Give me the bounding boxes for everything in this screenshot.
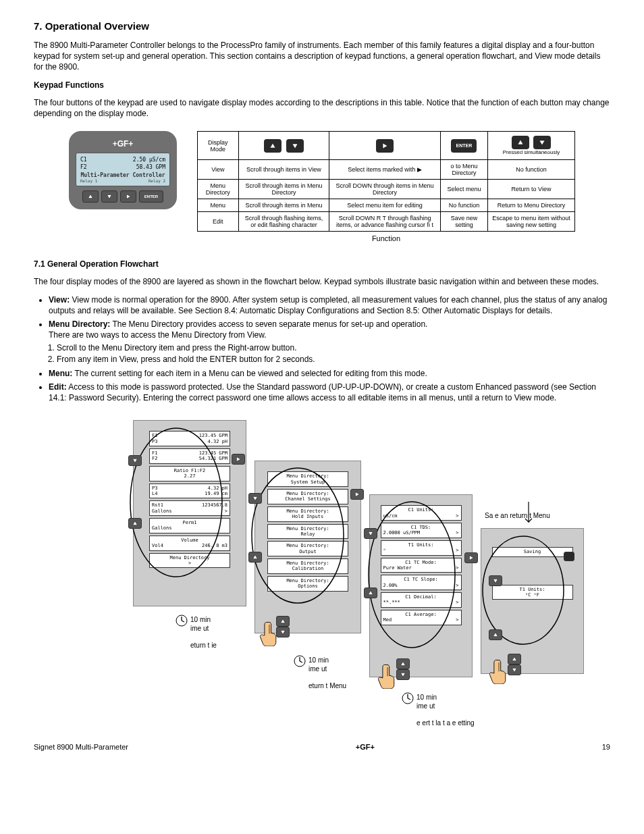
enter-key-icon: ENTER [451, 139, 477, 153]
svg-point-7 [252, 468, 344, 603]
clock-icon-2 [294, 655, 306, 667]
device-down-button [101, 190, 117, 203]
hand-icon-3 [487, 657, 510, 684]
lcd-l1a: C1 [80, 157, 87, 163]
flow-col-edit: Sa e an return t Menu Saving T1 Units: ᵒ… [481, 528, 584, 674]
col-simul: Pressed simultaneously [487, 132, 574, 160]
mode-menu-dir: Menu Directory: The Menu Directory provi… [49, 319, 610, 365]
lcd-l2a: F2 [80, 164, 87, 170]
device-up-button [82, 190, 99, 203]
flow-col-view: F1123.45 GPMP34.32 pHF1123.45 GPMF254.32… [133, 420, 246, 606]
table-row: ViewScroll through items in ViewSelect i… [198, 160, 575, 180]
keypad-intro: The four buttons of the keypad are used … [34, 97, 610, 119]
nav-down-c2 [248, 493, 262, 504]
nav-up-c3 [364, 588, 377, 598]
nav-up-c2 [248, 552, 262, 563]
col-enter: ENTER [440, 132, 487, 160]
section-heading: 7. Operational Overview [34, 20, 610, 32]
mode-view: View: View mode is normal operation for … [49, 294, 610, 316]
timeout-2: 10 minime uteturn t Menu [308, 656, 346, 690]
nav-up-c1 [128, 518, 142, 529]
hand-icon-2 [376, 662, 399, 689]
device-illustration: +GF+ C12.50 µS/cm F258.43 GPM Multi-Para… [69, 131, 177, 209]
clock-icon-1 [176, 615, 188, 627]
footer-center: +GF+ [356, 743, 375, 751]
loop-arrow-2 [246, 465, 347, 610]
nav-enter-c4 [564, 552, 574, 561]
sec71-intro: The four display modes of the 8900 are l… [34, 276, 610, 287]
pressed-note: Pressed simultaneously [491, 149, 572, 155]
intro-para: The 8900 Multi-Parameter Controller belo… [34, 40, 610, 73]
nav-down-c1 [128, 455, 142, 466]
lcd-l2b: 58.43 GPM [136, 164, 165, 170]
timeout-1: 10 minime uteturn t ie [190, 616, 217, 650]
svg-point-9 [483, 536, 564, 644]
clock-icon-3 [402, 692, 414, 704]
loop-arrow-3 [362, 498, 460, 654]
lcd-title: Multi-Parameter Controller [80, 171, 165, 178]
keypad-subtitle: Keypad Functions [34, 80, 610, 90]
flowchart: F1123.45 GPMP34.32 pHF1123.45 GPMF254.32… [59, 413, 585, 731]
right-key-icon [376, 139, 394, 153]
mode-edit: Edit: Access to this mode is password pr… [49, 382, 610, 403]
mode-list: View: View mode is normal operation for … [49, 294, 610, 404]
down-key-icon-2 [533, 136, 551, 149]
nav-down-c4 [489, 575, 502, 586]
col-display-mode: Display Mode [198, 132, 239, 160]
nav-right-23 [350, 489, 364, 500]
flow-col-menu: C1 Units:uS/cm>C1 TDS:2.0000 uS/PPM>T1 U… [369, 494, 473, 677]
function-footer-label: Function [198, 232, 575, 246]
svg-point-8 [369, 502, 455, 648]
footer-left: Signet 8900 Multi-Parameter [34, 743, 128, 751]
flow-col-menu-dir: Menu Directory:System SetupMenu Director… [254, 461, 361, 633]
col-up-down [238, 132, 329, 160]
lcd-l1b: 2.50 µS/cm [133, 157, 165, 163]
hand-icon-1 [258, 619, 281, 646]
save-return-label: Sa e an return t Menu [485, 512, 550, 519]
col-right [329, 132, 441, 160]
table-row: Menu DirectoryScroll through items in Me… [198, 180, 575, 199]
device-enter-button: ENTER [139, 190, 163, 203]
up-key-icon [264, 139, 281, 153]
mode-md-sub: There are two ways to access the Menu Di… [49, 330, 610, 340]
svg-point-6 [130, 428, 222, 577]
sec71-title: 7.1 General Operation Flowchart [34, 259, 610, 269]
device-brand: +GF+ [76, 138, 170, 153]
device-right-button [120, 190, 136, 203]
keypad-function-table: Display Mode ENTER Pressed simultaneousl… [197, 131, 575, 245]
timeout-3: 10 minime ute ert t la t a e etting [417, 694, 475, 727]
device-lcd: C12.50 µS/cm F258.43 GPM Multi-Parameter… [76, 153, 170, 186]
md-step2: From any item in View, press and hold th… [57, 354, 610, 365]
nav-down-c3 [364, 528, 377, 539]
nav-up-c4 [489, 629, 502, 640]
nav-right-12 [232, 454, 245, 465]
lcd-r1: Relay 1 [80, 178, 97, 183]
up-key-icon-2 [512, 136, 529, 149]
nav-right-34 [464, 552, 478, 563]
loop-arrow-1 [126, 425, 227, 583]
lcd-r2: Relay 2 [149, 178, 165, 183]
md-step1: Scroll to the Menu Directory item and pr… [57, 342, 610, 353]
table-row: MenuScroll through items in MenuSelect m… [198, 199, 575, 212]
page-footer: Signet 8900 Multi-Parameter +GF+ 19 [34, 743, 610, 751]
save-arrow [518, 502, 539, 529]
mode-menu: Menu: The current setting for each item … [49, 368, 610, 379]
footer-right: 19 [602, 743, 610, 751]
down-key-icon [286, 139, 304, 153]
table-row: EditScroll through flashing items, or ed… [198, 212, 575, 232]
